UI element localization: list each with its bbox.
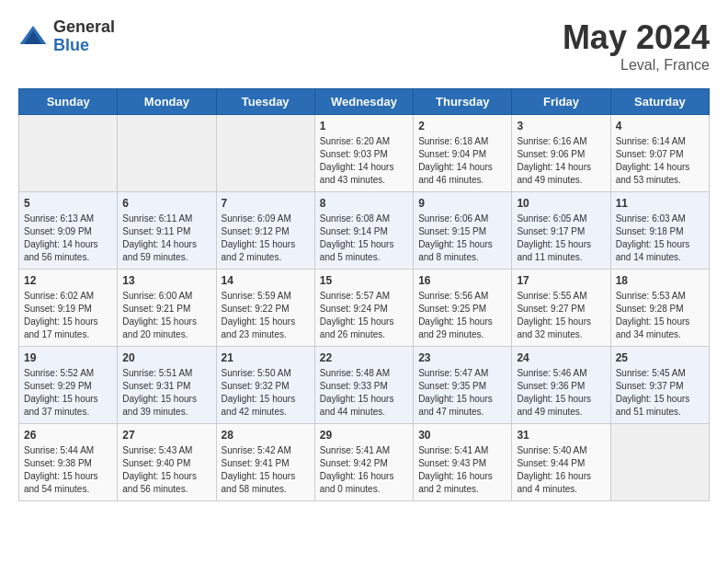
day-number: 5 xyxy=(24,197,112,210)
day-number: 4 xyxy=(616,120,704,132)
calendar-cell: 6 Sunrise: 6:11 AM Sunset: 9:11 PM Dayli… xyxy=(118,192,216,270)
cell-info: Sunrise: 6:18 AM Sunset: 9:04 PM Dayligh… xyxy=(418,135,506,187)
daylight-text: Daylight: 15 hours and 54 minutes. xyxy=(24,471,98,494)
sunset-text: Sunset: 9:07 PM xyxy=(616,149,684,159)
sunrise-text: Sunrise: 5:44 AM xyxy=(24,445,94,455)
sunrise-text: Sunrise: 5:41 AM xyxy=(320,445,390,455)
day-number: 6 xyxy=(122,197,210,210)
header-tuesday: Tuesday xyxy=(216,89,314,115)
day-number: 30 xyxy=(418,429,506,442)
sunset-text: Sunset: 9:24 PM xyxy=(320,304,388,314)
calendar-cell: 8 Sunrise: 6:08 AM Sunset: 9:14 PM Dayli… xyxy=(314,192,413,270)
day-number: 23 xyxy=(418,351,506,364)
calendar-cell: 7 Sunrise: 6:09 AM Sunset: 9:12 PM Dayli… xyxy=(216,192,314,270)
sunset-text: Sunset: 9:14 PM xyxy=(320,226,388,236)
cell-info: Sunrise: 5:53 AM Sunset: 9:28 PM Dayligh… xyxy=(616,290,704,341)
daylight-text: Daylight: 15 hours and 2 minutes. xyxy=(222,239,296,262)
daylight-text: Daylight: 15 hours and 14 minutes. xyxy=(616,239,690,262)
sunrise-text: Sunrise: 6:14 AM xyxy=(616,136,686,146)
sunset-text: Sunset: 9:28 PM xyxy=(616,304,684,314)
sunrise-text: Sunrise: 6:11 AM xyxy=(122,213,192,224)
sunrise-text: Sunrise: 6:13 AM xyxy=(24,213,94,224)
calendar-cell: 5 Sunrise: 6:13 AM Sunset: 9:09 PM Dayli… xyxy=(19,192,118,270)
calendar-week-row: 12 Sunrise: 6:02 AM Sunset: 9:19 PM Dayl… xyxy=(19,270,710,347)
daylight-text: Daylight: 15 hours and 26 minutes. xyxy=(320,316,394,339)
sunset-text: Sunset: 9:06 PM xyxy=(517,149,585,159)
day-number: 9 xyxy=(418,197,506,210)
daylight-text: Daylight: 15 hours and 58 minutes. xyxy=(222,471,296,494)
calendar-cell: 24 Sunrise: 5:46 AM Sunset: 9:36 PM Dayl… xyxy=(512,347,610,424)
calendar-cell: 4 Sunrise: 6:14 AM Sunset: 9:07 PM Dayli… xyxy=(610,115,709,192)
day-number: 8 xyxy=(320,197,408,210)
sunrise-text: Sunrise: 6:18 AM xyxy=(418,136,488,146)
sunrise-text: Sunrise: 6:02 AM xyxy=(24,291,94,301)
day-number: 31 xyxy=(517,429,605,442)
day-number: 22 xyxy=(320,351,408,364)
day-number: 7 xyxy=(222,197,310,210)
daylight-text: Daylight: 16 hours and 2 minutes. xyxy=(418,471,493,494)
sunset-text: Sunset: 9:27 PM xyxy=(517,304,585,314)
logo-text: General Blue xyxy=(53,18,115,55)
day-number: 14 xyxy=(222,274,310,287)
calendar-cell: 13 Sunrise: 6:00 AM Sunset: 9:21 PM Dayl… xyxy=(118,270,216,347)
sunrise-text: Sunrise: 5:52 AM xyxy=(24,368,94,378)
day-number: 11 xyxy=(616,197,704,210)
daylight-text: Daylight: 15 hours and 11 minutes. xyxy=(517,239,591,262)
sunset-text: Sunset: 9:33 PM xyxy=(320,381,388,391)
calendar-cell: 12 Sunrise: 6:02 AM Sunset: 9:19 PM Dayl… xyxy=(19,270,118,347)
cell-info: Sunrise: 5:57 AM Sunset: 9:24 PM Dayligh… xyxy=(320,290,408,341)
calendar-cell: 15 Sunrise: 5:57 AM Sunset: 9:24 PM Dayl… xyxy=(314,270,413,347)
cell-info: Sunrise: 6:20 AM Sunset: 9:03 PM Dayligh… xyxy=(320,135,408,187)
header-friday: Friday xyxy=(512,89,610,115)
location-subtitle: Leval, France xyxy=(563,57,710,74)
calendar-cell xyxy=(118,115,216,192)
sunrise-text: Sunrise: 5:46 AM xyxy=(517,368,586,378)
day-number: 24 xyxy=(517,351,605,364)
cell-info: Sunrise: 5:59 AM Sunset: 9:22 PM Dayligh… xyxy=(222,290,310,341)
header-saturday: Saturday xyxy=(610,89,709,115)
weekday-header-row: Sunday Monday Tuesday Wednesday Thursday… xyxy=(19,89,710,115)
cell-info: Sunrise: 6:02 AM Sunset: 9:19 PM Dayligh… xyxy=(24,290,112,341)
sunset-text: Sunset: 9:17 PM xyxy=(517,226,585,236)
calendar-cell: 28 Sunrise: 5:42 AM Sunset: 9:41 PM Dayl… xyxy=(216,424,314,501)
sunset-text: Sunset: 9:22 PM xyxy=(222,304,290,314)
daylight-text: Daylight: 15 hours and 29 minutes. xyxy=(418,316,493,339)
calendar-week-row: 26 Sunrise: 5:44 AM Sunset: 9:38 PM Dayl… xyxy=(19,424,710,501)
daylight-text: Daylight: 15 hours and 49 minutes. xyxy=(517,394,591,417)
daylight-text: Daylight: 15 hours and 44 minutes. xyxy=(320,394,394,417)
sunset-text: Sunset: 9:43 PM xyxy=(418,458,486,468)
page-header: General Blue May 2024 Leval, France xyxy=(18,18,710,74)
calendar-cell: 29 Sunrise: 5:41 AM Sunset: 9:42 PM Dayl… xyxy=(314,424,413,501)
sunrise-text: Sunrise: 5:59 AM xyxy=(222,291,291,301)
calendar-cell: 30 Sunrise: 5:41 AM Sunset: 9:43 PM Dayl… xyxy=(414,424,512,501)
daylight-text: Daylight: 14 hours and 49 minutes. xyxy=(517,162,591,185)
cell-info: Sunrise: 6:14 AM Sunset: 9:07 PM Dayligh… xyxy=(616,135,704,187)
sunset-text: Sunset: 9:19 PM xyxy=(24,304,92,314)
sunset-text: Sunset: 9:38 PM xyxy=(24,458,92,468)
cell-info: Sunrise: 5:56 AM Sunset: 9:25 PM Dayligh… xyxy=(418,290,506,341)
daylight-text: Daylight: 15 hours and 47 minutes. xyxy=(418,394,493,417)
sunset-text: Sunset: 9:37 PM xyxy=(616,381,684,391)
calendar-cell: 22 Sunrise: 5:48 AM Sunset: 9:33 PM Dayl… xyxy=(314,347,413,424)
calendar-cell: 19 Sunrise: 5:52 AM Sunset: 9:29 PM Dayl… xyxy=(19,347,118,424)
daylight-text: Daylight: 16 hours and 4 minutes. xyxy=(517,471,591,494)
calendar-week-row: 1 Sunrise: 6:20 AM Sunset: 9:03 PM Dayli… xyxy=(19,115,710,192)
day-number: 27 xyxy=(122,429,210,442)
sunrise-text: Sunrise: 6:05 AM xyxy=(517,213,586,224)
daylight-text: Daylight: 16 hours and 0 minutes. xyxy=(320,471,394,494)
cell-info: Sunrise: 5:47 AM Sunset: 9:35 PM Dayligh… xyxy=(418,367,506,419)
day-number: 18 xyxy=(616,274,704,287)
sunrise-text: Sunrise: 5:41 AM xyxy=(418,445,488,455)
cell-info: Sunrise: 5:55 AM Sunset: 9:27 PM Dayligh… xyxy=(517,290,605,341)
calendar-cell: 9 Sunrise: 6:06 AM Sunset: 9:15 PM Dayli… xyxy=(414,192,512,270)
cell-info: Sunrise: 5:43 AM Sunset: 9:40 PM Dayligh… xyxy=(122,444,210,496)
sunset-text: Sunset: 9:42 PM xyxy=(320,458,388,468)
daylight-text: Daylight: 14 hours and 46 minutes. xyxy=(418,162,493,185)
day-number: 13 xyxy=(122,274,210,287)
day-number: 29 xyxy=(320,429,408,442)
sunset-text: Sunset: 9:03 PM xyxy=(320,149,388,159)
calendar-cell: 2 Sunrise: 6:18 AM Sunset: 9:04 PM Dayli… xyxy=(414,115,512,192)
logo-blue-text: Blue xyxy=(53,37,115,55)
day-number: 16 xyxy=(418,274,506,287)
sunset-text: Sunset: 9:09 PM xyxy=(24,226,92,236)
